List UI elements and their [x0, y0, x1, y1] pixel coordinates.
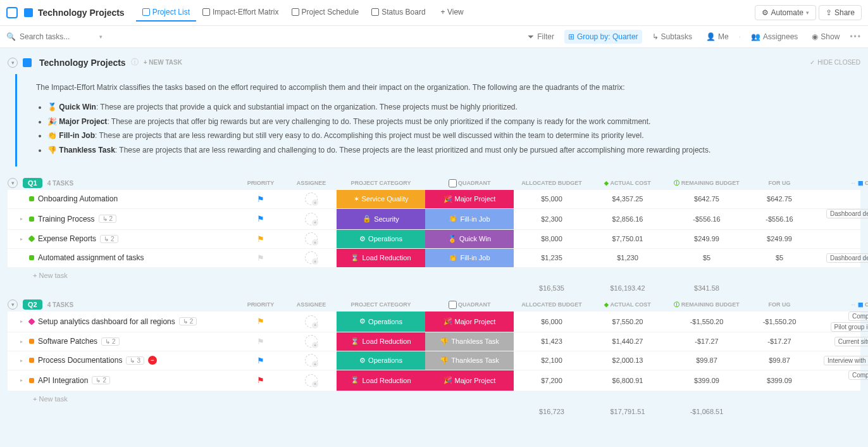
- assignee-cell[interactable]: [286, 315, 337, 328]
- task-name[interactable]: Expense Reports: [38, 234, 96, 243]
- task-row[interactable]: ▸ Training Process ↳2 ⚑ 🔒Security 👏Fill-…: [8, 209, 860, 230]
- show-button[interactable]: ◉Show: [808, 30, 843, 44]
- assignee-avatar-icon[interactable]: [305, 251, 318, 264]
- change-cell[interactable]: Dashboard development for moProject Clos…: [811, 209, 868, 229]
- change-cell[interactable]: Dashboard development for mo: [811, 253, 868, 263]
- group-badge[interactable]: Q1: [23, 178, 42, 188]
- add-view-button[interactable]: + View: [435, 4, 470, 22]
- budget-cell[interactable]: $2,300: [514, 215, 590, 223]
- actual-cell[interactable]: $7,750.01: [590, 235, 666, 242]
- expand-caret-icon[interactable]: ▸: [20, 318, 25, 324]
- change-cell[interactable]: Interview with major users/target: [811, 356, 868, 365]
- status-square-icon[interactable]: [29, 339, 34, 344]
- task-row[interactable]: ▸ Software Patches ↳2 ⚑ ⌛Load Reduction …: [8, 332, 860, 351]
- remaining-cell[interactable]: $399.09: [666, 377, 748, 384]
- assignee-avatar-icon[interactable]: [305, 374, 318, 387]
- collapse-group-button[interactable]: ▾: [8, 299, 18, 310]
- category-cell[interactable]: ⚙Operations: [337, 230, 425, 248]
- actual-cell[interactable]: $7,550.20: [590, 318, 666, 325]
- task-row[interactable]: Automated assignment of tasks ⚑ ⌛Load Re…: [8, 249, 860, 268]
- change-chip[interactable]: Company-wide Training: [848, 370, 868, 380]
- priority-flag[interactable]: ⚑: [235, 253, 286, 263]
- task-row[interactable]: Onboarding Automation ⚑ ✶Service Quality…: [8, 190, 860, 209]
- priority-flag[interactable]: ⚑: [235, 317, 286, 326]
- budget-cell[interactable]: $6,000: [514, 318, 590, 325]
- expand-caret-icon[interactable]: ▸: [20, 216, 25, 222]
- change-chip[interactable]: Interview with major users/target: [824, 356, 868, 365]
- view-tab-project-schedule[interactable]: Project Schedule: [285, 4, 366, 22]
- col-change[interactable]: ↔ ▦ CHANGE MANAGEM: [811, 299, 868, 310]
- new-task-button[interactable]: + New task: [8, 268, 860, 282]
- quadrant-cell[interactable]: 👏Fill-in Job: [425, 249, 514, 267]
- budget-cell[interactable]: $1,423: [514, 337, 590, 345]
- collapse-section-button[interactable]: ▾: [8, 58, 18, 68]
- priority-flag[interactable]: ⚑: [235, 234, 286, 244]
- task-name[interactable]: Onboarding Automation: [38, 194, 118, 203]
- app-logo-icon[interactable]: [6, 7, 18, 18]
- quadrant-cell[interactable]: 👎Thankless Task: [425, 332, 514, 351]
- col-assignee[interactable]: ASSIGNEE: [286, 299, 337, 310]
- expand-caret-icon[interactable]: ▸: [20, 236, 25, 242]
- actual-cell[interactable]: $1,440.27: [590, 337, 666, 345]
- task-name[interactable]: Automated assignment of tasks: [38, 253, 144, 262]
- forug-cell[interactable]: $5: [748, 254, 811, 261]
- share-button[interactable]: ⇪ Share: [819, 5, 862, 20]
- assignee-avatar-icon[interactable]: [305, 354, 318, 367]
- priority-flag[interactable]: ⚑: [235, 337, 286, 346]
- status-square-icon[interactable]: [29, 217, 34, 222]
- expand-caret-icon[interactable]: ▸: [20, 377, 25, 383]
- quadrant-cell[interactable]: 👏Fill-in Job: [425, 209, 514, 229]
- forug-cell[interactable]: -$1,550.20: [748, 318, 811, 325]
- quadrant-cell[interactable]: 🎉Major Project: [425, 370, 514, 391]
- forug-cell[interactable]: $642.75: [748, 195, 811, 203]
- forug-cell[interactable]: -$17.27: [748, 337, 811, 345]
- change-cell[interactable]: Company-wide TrainingData n: [811, 370, 868, 391]
- remaining-cell[interactable]: -$556.16: [666, 215, 748, 223]
- col-budget[interactable]: ALLOCATED BUDGET: [514, 177, 590, 189]
- collapse-group-button[interactable]: ▾: [8, 178, 18, 188]
- col-remaining[interactable]: ⓘ REMAINING BUDGET: [666, 298, 748, 312]
- assignee-avatar-icon[interactable]: [305, 335, 318, 348]
- budget-cell[interactable]: $1,235: [514, 254, 590, 261]
- expand-caret-icon[interactable]: ▸: [20, 339, 25, 344]
- category-cell[interactable]: ⚙Operations: [337, 351, 425, 370]
- forug-cell[interactable]: -$556.16: [748, 215, 811, 223]
- assignee-cell[interactable]: [286, 232, 337, 245]
- change-cell[interactable]: Project Closeout: [811, 234, 868, 244]
- subtask-badge[interactable]: ↳2: [179, 317, 197, 325]
- change-cell[interactable]: Project Closeout: [811, 194, 868, 204]
- quadrant-cell[interactable]: 👎Thankless Task: [425, 351, 514, 370]
- change-chip[interactable]: Pilot group implementation Be: [831, 322, 868, 332]
- view-tab-impact-effort-matrix[interactable]: Impact-Effort Matrix: [196, 4, 285, 22]
- budget-cell[interactable]: $8,000: [514, 235, 590, 242]
- col-assignee[interactable]: ASSIGNEE: [286, 177, 337, 189]
- remaining-cell[interactable]: $249.99: [666, 235, 748, 242]
- assignee-avatar-icon[interactable]: [305, 315, 318, 328]
- col-forug[interactable]: FOR UG: [748, 177, 811, 189]
- info-icon[interactable]: ⓘ: [131, 57, 139, 68]
- category-cell[interactable]: ✶Service Quality: [337, 190, 425, 208]
- assignee-cell[interactable]: [286, 192, 337, 205]
- budget-cell[interactable]: $2,100: [514, 356, 590, 364]
- change-cell[interactable]: Current situation characterizi: [811, 337, 868, 346]
- quadrant-checkbox[interactable]: [449, 179, 457, 187]
- subtask-badge[interactable]: ↳2: [100, 235, 118, 243]
- col-category[interactable]: PROJECT CATEGORY: [337, 299, 425, 310]
- task-row[interactable]: ▸ API Integration ↳2 ⚑ ⌛Load Reduction 🎉…: [8, 370, 860, 391]
- groupby-button[interactable]: ⊞Group by: Quarter: [564, 30, 642, 44]
- expand-caret-icon[interactable]: ▸: [20, 358, 25, 363]
- budget-cell[interactable]: $5,000: [514, 195, 590, 203]
- quadrant-checkbox[interactable]: [449, 301, 457, 309]
- assignee-cell[interactable]: [286, 335, 337, 348]
- col-change[interactable]: ↔ ▦ CHANGE MANAGEM: [811, 177, 868, 189]
- budget-cell[interactable]: $7,200: [514, 377, 590, 384]
- remaining-cell[interactable]: -$1,550.20: [666, 318, 748, 325]
- me-button[interactable]: 👤Me: [702, 30, 733, 44]
- priority-flag[interactable]: ⚑: [235, 356, 286, 365]
- category-cell[interactable]: ⌛Load Reduction: [337, 370, 425, 391]
- quadrant-cell[interactable]: 🏅Quick Win: [425, 230, 514, 248]
- group-badge[interactable]: Q2: [23, 299, 42, 310]
- remaining-cell[interactable]: -$17.27: [666, 337, 748, 345]
- assignee-cell[interactable]: [286, 354, 337, 367]
- view-tab-status-board[interactable]: Status Board: [365, 4, 431, 22]
